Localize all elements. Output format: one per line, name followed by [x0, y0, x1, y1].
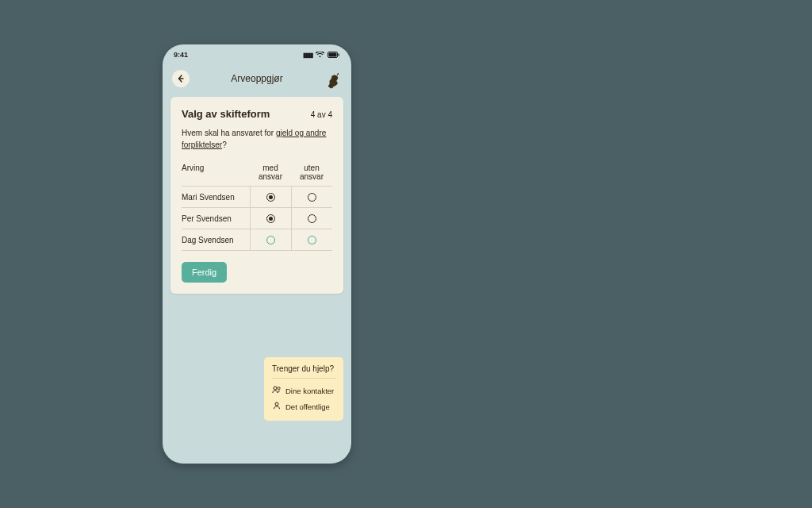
card-title: Valg av skifteform — [182, 108, 270, 120]
app-header: Arveoppgjør — [163, 65, 351, 97]
status-indicators: ▮▮▮▮ — [303, 52, 340, 59]
svg-point-5 — [275, 402, 278, 406]
radio-cell — [291, 229, 332, 250]
wifi-icon — [316, 52, 324, 58]
form-card: Valg av skifteform 4 av 4 Hvem skal ha a… — [170, 97, 343, 294]
question-text: Hvem skal ha ansvaret for gjeld og andre… — [182, 128, 332, 151]
norwegian-crest-icon — [324, 68, 342, 89]
table-row: Dag Svendsen — [182, 229, 332, 251]
people-icon — [272, 386, 282, 395]
battery-icon — [327, 52, 340, 58]
col-header-name: Arving — [182, 164, 250, 181]
help-title: Trenger du hjelp? — [272, 364, 335, 379]
help-panel: Trenger du hjelp? Dine kontakterDet offe… — [264, 357, 343, 421]
done-button[interactable]: Ferdig — [182, 262, 227, 283]
question-prefix: Hvem skal ha ansvaret for — [182, 129, 276, 137]
heir-name: Mari Svendsen — [182, 193, 250, 202]
radio-cell — [250, 187, 291, 207]
table-header: Arving med ansvar uten ansvar — [182, 164, 332, 186]
svg-point-3 — [274, 387, 277, 390]
radio-cell — [291, 187, 332, 207]
status-time: 9:41 — [174, 51, 188, 59]
radio-cell — [250, 229, 291, 250]
radio-cell — [291, 208, 332, 229]
help-item-label: Dine kontakter — [285, 387, 334, 395]
cellular-icon: ▮▮▮▮ — [303, 52, 312, 59]
svg-rect-1 — [329, 53, 337, 57]
card-header: Valg av skifteform 4 av 4 — [182, 108, 332, 120]
radio-without-responsibility[interactable] — [308, 236, 316, 244]
help-item[interactable]: Det offentlige — [272, 400, 335, 413]
table-row: Per Svendsen — [182, 207, 332, 229]
help-item[interactable]: Dine kontakter — [272, 384, 335, 397]
help-item-label: Det offentlige — [285, 402, 330, 411]
arrow-left-icon — [177, 75, 185, 83]
svg-rect-2 — [339, 54, 339, 56]
question-suffix: ? — [222, 140, 227, 149]
heir-name: Dag Svendsen — [182, 236, 250, 244]
back-button[interactable] — [172, 70, 190, 87]
step-indicator: 4 av 4 — [311, 110, 332, 119]
page-title: Arveoppgjør — [163, 73, 351, 84]
svg-point-4 — [278, 387, 280, 390]
radio-with-responsibility[interactable] — [266, 193, 275, 202]
person-icon — [272, 402, 282, 411]
table-row: Mari Svendsen — [182, 186, 332, 207]
heir-name: Per Svendsen — [182, 214, 250, 223]
col-header-with: med ansvar — [250, 164, 291, 181]
radio-with-responsibility[interactable] — [266, 214, 275, 223]
radio-without-responsibility[interactable] — [308, 193, 316, 202]
radio-with-responsibility[interactable] — [266, 236, 275, 244]
col-header-without: uten ansvar — [291, 164, 332, 181]
status-bar: 9:41 ▮▮▮▮ — [163, 44, 351, 65]
radio-without-responsibility[interactable] — [308, 214, 316, 223]
heirs-table: Arving med ansvar uten ansvar Mari Svend… — [182, 164, 332, 251]
radio-cell — [250, 208, 291, 229]
phone-frame: 9:41 ▮▮▮▮ Arveoppgjør Valg av skifteform… — [163, 44, 351, 464]
